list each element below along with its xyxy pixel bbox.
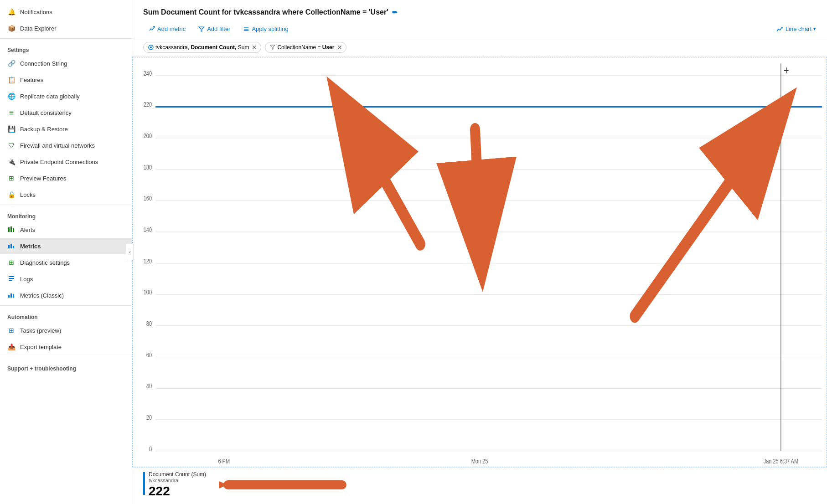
line-chart-label: Line chart: [786, 26, 811, 32]
sidebar-collapse-button[interactable]: ‹: [126, 244, 134, 260]
support-header: Support + troubleshooting: [0, 359, 132, 374]
consistency-icon: ≡: [7, 108, 16, 117]
svg-text:160: 160: [144, 195, 152, 202]
metric-icon: [148, 45, 154, 50]
sidebar-item-features[interactable]: 📋 Features: [0, 72, 132, 88]
sidebar-item-label: Locks: [20, 191, 36, 198]
sidebar-item-label: Diagnostic settings: [20, 259, 70, 266]
chevron-down-icon: ▾: [813, 26, 816, 32]
svg-text:220: 220: [144, 101, 152, 108]
svg-rect-11: [13, 294, 14, 298]
chart-svg: 240 220 200 180 160 140 120 100 80 60 40…: [133, 57, 827, 467]
filter-bar: tvkcassandra, Document Count, Sum ✕ Coll…: [132, 38, 827, 57]
metric-tag-text: tvkcassandra, Document Count, Sum: [155, 44, 249, 51]
legend-item: Document Count (Sum) tvkcassandra 222: [143, 471, 816, 499]
svg-text:Mon 25: Mon 25: [471, 458, 488, 465]
collection-filter-tag: CollectionName = User ✕: [265, 42, 346, 53]
sidebar-item-label: Metrics (Classic): [20, 292, 64, 299]
monitoring-header: Monitoring: [0, 207, 132, 221]
svg-text:20: 20: [146, 413, 152, 421]
sidebar-item-data-explorer[interactable]: 📦 Data Explorer: [0, 20, 132, 36]
svg-rect-7: [9, 278, 14, 279]
sidebar-item-metrics-classic[interactable]: Metrics (Classic): [0, 287, 132, 303]
add-metric-button[interactable]: Add metric: [143, 23, 191, 35]
sidebar-item-label: Export template: [20, 344, 62, 350]
sidebar-item-label: Private Endpoint Connections: [20, 159, 98, 165]
sidebar-item-firewall[interactable]: 🛡 Firewall and virtual networks: [0, 137, 132, 154]
sidebar-item-label: Replicate data globally: [20, 93, 80, 100]
svg-point-46: [778, 103, 784, 110]
sidebar-item-label: Connection String: [20, 60, 67, 67]
connection-string-icon: 🔗: [7, 59, 16, 67]
remove-collection-tag[interactable]: ✕: [337, 44, 342, 51]
svg-text:240: 240: [144, 69, 152, 77]
sidebar-item-label: Features: [20, 77, 43, 83]
chart-toolbar: Add metric Add filter Apply splitting Li…: [132, 20, 827, 38]
svg-text:180: 180: [144, 163, 152, 171]
sidebar-item-metrics[interactable]: Metrics: [0, 238, 132, 254]
sidebar-item-label: Default consistency: [20, 109, 72, 116]
apply-splitting-label: Apply splitting: [252, 26, 288, 32]
svg-text:100: 100: [144, 288, 152, 296]
sidebar-item-export[interactable]: 📤 Export template: [0, 339, 132, 355]
apply-splitting-icon: [243, 26, 249, 32]
apply-splitting-button[interactable]: Apply splitting: [238, 23, 294, 35]
locks-icon: 🔒: [7, 190, 16, 199]
sidebar-item-label: Metrics: [20, 243, 41, 250]
svg-text:80: 80: [146, 319, 152, 327]
diagnostic-icon: ⊞: [7, 258, 16, 267]
sidebar-item-label: Firewall and virtual networks: [20, 142, 95, 149]
export-icon: 📤: [7, 343, 16, 351]
alerts-icon: [7, 226, 16, 234]
divider: [0, 357, 132, 357]
svg-text:120: 120: [144, 257, 152, 265]
sidebar: 🔔 Notifications 📦 Data Explorer Settings…: [0, 0, 132, 504]
sidebar-item-preview-features[interactable]: ⊞ Preview Features: [0, 170, 132, 186]
metrics-classic-icon: [7, 291, 16, 299]
sidebar-item-label: Logs: [20, 276, 33, 283]
sidebar-item-diagnostic[interactable]: ⊞ Diagnostic settings: [0, 254, 132, 271]
sidebar-item-notifications[interactable]: 🔔 Notifications: [0, 4, 132, 20]
sidebar-item-backup-restore[interactable]: 💾 Backup & Restore: [0, 121, 132, 137]
divider: [0, 305, 132, 306]
svg-text:6 PM: 6 PM: [218, 458, 230, 465]
svg-text:60: 60: [146, 351, 152, 359]
preview-icon: ⊞: [7, 174, 16, 182]
legend-text: Document Count (Sum) tvkcassandra 222: [149, 471, 206, 499]
sidebar-item-default-consistency[interactable]: ≡ Default consistency: [0, 104, 132, 121]
sidebar-item-tasks[interactable]: ⊞ Tasks (preview): [0, 322, 132, 339]
tasks-icon: ⊞: [7, 326, 16, 334]
line-chart-icon: [776, 26, 784, 32]
main-content: Sum Document Count for tvkcassandra wher…: [132, 0, 827, 504]
remove-metric-tag[interactable]: ✕: [252, 44, 257, 51]
svg-rect-9: [8, 295, 10, 298]
svg-text:40: 40: [146, 382, 152, 390]
sidebar-item-logs[interactable]: Logs: [0, 271, 132, 287]
metrics-icon: [7, 242, 16, 250]
metric-filter-tag: tvkcassandra, Document Count, Sum ✕: [143, 42, 261, 53]
sidebar-item-locks[interactable]: 🔒 Locks: [0, 186, 132, 203]
legend-color-bar: [143, 472, 145, 495]
firewall-icon: 🛡: [7, 141, 16, 149]
line-chart-selector[interactable]: Line chart ▾: [776, 26, 816, 32]
sidebar-item-connection-string[interactable]: 🔗 Connection String: [0, 55, 132, 72]
divider: [0, 38, 132, 39]
svg-text:140: 140: [144, 226, 152, 233]
edit-title-icon[interactable]: ✏: [392, 9, 398, 16]
add-filter-button[interactable]: Add filter: [193, 23, 236, 35]
svg-text:Jan 25 6:37 AM: Jan 25 6:37 AM: [764, 458, 798, 465]
svg-rect-3: [8, 245, 10, 248]
legend-title: Document Count (Sum): [149, 471, 206, 478]
sidebar-item-label: Preview Features: [20, 175, 66, 182]
svg-text:0: 0: [149, 445, 152, 453]
sidebar-item-private-endpoint[interactable]: 🔌 Private Endpoint Connections: [0, 154, 132, 170]
add-metric-label: Add metric: [157, 26, 186, 32]
add-metric-icon: [149, 26, 155, 32]
legend-area: Document Count (Sum) tvkcassandra 222: [132, 467, 827, 504]
filter-icon-small: [270, 45, 275, 50]
sidebar-item-alerts[interactable]: Alerts: [0, 221, 132, 238]
features-icon: 📋: [7, 76, 16, 84]
sidebar-item-replicate[interactable]: 🌐 Replicate data globally: [0, 88, 132, 104]
logs-icon: [7, 275, 16, 283]
notifications-icon: 🔔: [7, 8, 16, 16]
